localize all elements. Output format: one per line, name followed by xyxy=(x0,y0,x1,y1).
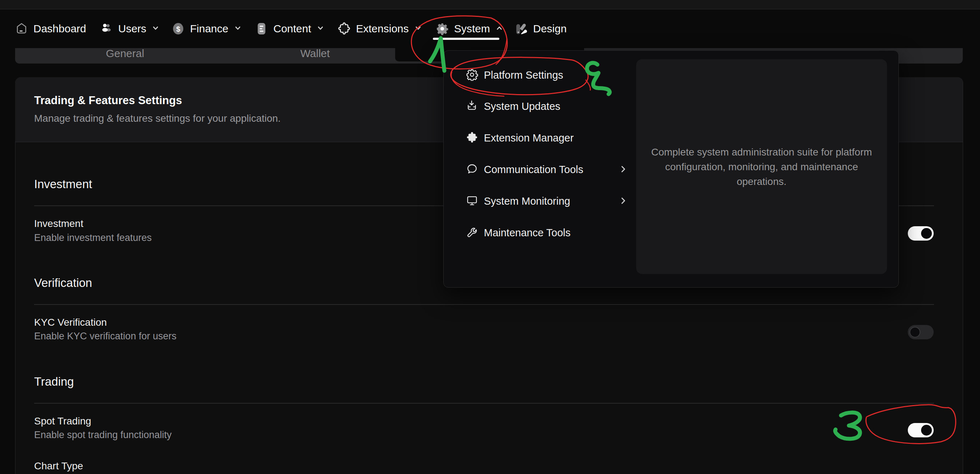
investment-row-label: Investment xyxy=(34,218,83,229)
kyc-row-description: Enable KYC verification for users xyxy=(34,331,177,342)
toggle-knob xyxy=(910,327,920,337)
active-nav-underline xyxy=(433,38,500,40)
nav-item-design[interactable]: Design xyxy=(515,17,566,40)
menu-item-system-monitoring[interactable]: System Monitoring xyxy=(444,188,636,215)
page-subtitle: Manage trading & features settings for y… xyxy=(34,113,280,124)
admin-settings-screen: General Wallet Trading & Features Settin… xyxy=(0,0,980,474)
main-nav-bar: Dashboard Users $ Finance Content xyxy=(0,10,980,48)
svg-text:$: $ xyxy=(176,25,180,33)
wrench-icon xyxy=(466,226,478,240)
nav-label: Users xyxy=(118,22,146,35)
menu-item-label: Communication Tools xyxy=(484,164,584,176)
chevron-up-icon xyxy=(495,24,503,33)
menu-description-panel: Complete system administration suite for… xyxy=(636,59,887,274)
section-heading-trading: Trading xyxy=(34,375,74,388)
spot-trading-row-label: Spot Trading xyxy=(34,415,91,427)
finance-icon: $ xyxy=(172,22,185,35)
section-heading-verification: Verification xyxy=(34,276,92,290)
kyc-toggle[interactable] xyxy=(908,325,934,339)
menu-description-text: Complete system administration suite for… xyxy=(649,145,874,189)
puzzle-icon xyxy=(466,131,478,145)
menu-item-label: System Monitoring xyxy=(484,196,570,207)
spot-trading-row-description: Enable spot trading functionality xyxy=(34,429,172,441)
chevron-down-icon xyxy=(151,24,159,33)
spot-trading-toggle[interactable] xyxy=(908,423,934,437)
extensions-icon xyxy=(338,22,351,35)
investment-toggle[interactable] xyxy=(908,226,934,240)
divider xyxy=(34,304,934,305)
gear-outline-icon xyxy=(466,68,478,82)
toggle-knob xyxy=(921,425,932,436)
tab-general[interactable]: General xyxy=(106,48,145,60)
design-icon xyxy=(515,22,528,35)
menu-item-label: System Updates xyxy=(484,100,560,112)
nav-label: Extensions xyxy=(356,22,409,35)
window-top-strip xyxy=(0,0,980,10)
system-dropdown-menu: Platform Settings System Updates Extensi… xyxy=(443,50,899,288)
kyc-row-label: KYC Verification xyxy=(34,317,107,328)
investment-row-description: Enable investment features xyxy=(34,232,151,243)
nav-label: Content xyxy=(274,22,311,35)
menu-item-communication-tools[interactable]: Communication Tools xyxy=(444,157,636,183)
home-icon xyxy=(15,22,28,35)
menu-item-extension-manager[interactable]: Extension Manager xyxy=(444,125,636,151)
chat-bubble-icon xyxy=(466,163,478,177)
nav-item-content[interactable]: Content xyxy=(255,17,325,40)
menu-item-platform-settings[interactable]: Platform Settings xyxy=(444,62,636,88)
system-gear-icon xyxy=(436,22,449,35)
menu-item-label: Extension Manager xyxy=(484,132,574,144)
nav-item-extensions[interactable]: Extensions xyxy=(338,17,422,40)
section-heading-investment: Investment xyxy=(34,177,92,191)
chevron-right-icon xyxy=(619,196,628,207)
content-icon xyxy=(255,22,268,35)
nav-label: Design xyxy=(533,22,566,35)
nav-item-users[interactable]: Users xyxy=(100,17,159,40)
chevron-down-icon xyxy=(234,24,242,33)
menu-item-label: Maintenance Tools xyxy=(484,227,571,239)
menu-item-label: Platform Settings xyxy=(484,69,563,81)
menu-item-maintenance-tools[interactable]: Maintenance Tools xyxy=(444,220,636,246)
chart-type-row-label: Chart Type xyxy=(34,460,83,472)
menu-item-system-updates[interactable]: System Updates xyxy=(444,93,636,119)
nav-label: System xyxy=(454,22,490,35)
users-icon xyxy=(100,22,113,35)
nav-label: Dashboard xyxy=(33,22,86,35)
nav-item-dashboard[interactable]: Dashboard xyxy=(15,17,86,40)
monitor-icon xyxy=(466,195,478,208)
download-tray-icon xyxy=(466,100,478,113)
chevron-right-icon xyxy=(619,165,628,175)
nav-item-finance[interactable]: $ Finance xyxy=(172,17,242,40)
page-title: Trading & Features Settings xyxy=(34,94,182,107)
divider xyxy=(34,403,934,404)
tab-wallet[interactable]: Wallet xyxy=(300,48,330,60)
nav-label: Finance xyxy=(190,22,229,35)
toggle-knob xyxy=(921,228,932,239)
chevron-down-icon xyxy=(317,24,325,33)
nav-item-system[interactable]: System xyxy=(436,17,503,40)
chevron-down-icon xyxy=(414,24,422,33)
